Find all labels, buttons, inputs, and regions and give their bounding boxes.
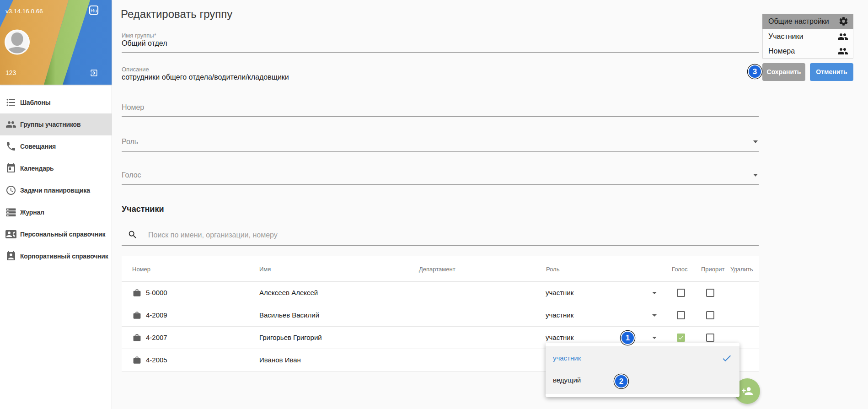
svg-text:v3.14.16.0.66: v3.14.16.0.66	[5, 8, 43, 15]
svg-text:Ru: Ru	[91, 8, 97, 13]
svg-text:123: 123	[5, 69, 16, 76]
